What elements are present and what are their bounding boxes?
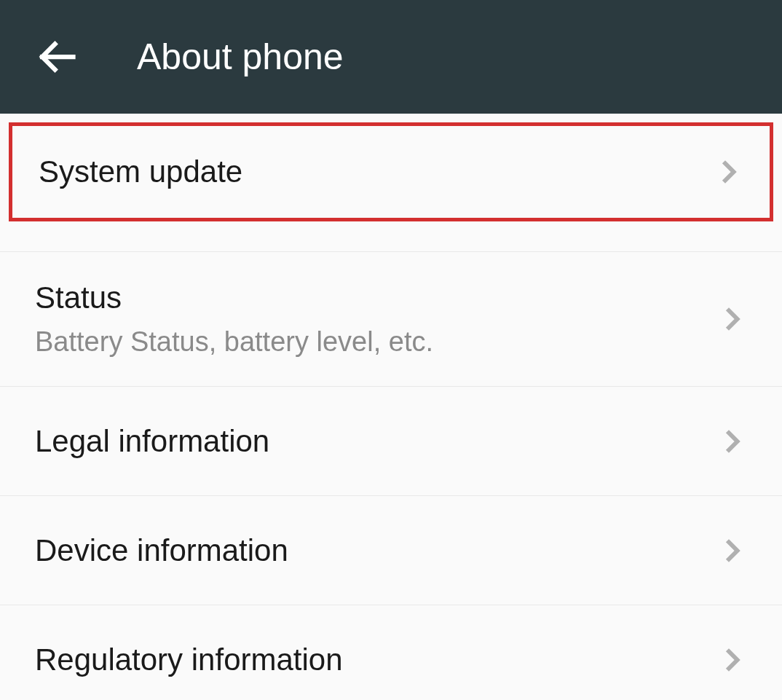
back-arrow-icon[interactable] [35, 35, 79, 79]
list-item-content: Legal information [35, 423, 269, 460]
list-item-subtitle: Battery Status, battery level, etc. [35, 326, 433, 359]
chevron-right-icon [718, 304, 747, 334]
chevron-right-icon [714, 157, 743, 186]
list-item-title: System update [39, 154, 242, 190]
list-item-device-information[interactable]: Device information [0, 496, 782, 605]
list-item-legal-information[interactable]: Legal information [0, 387, 782, 496]
chevron-right-icon [718, 536, 747, 565]
list-item-content: Status Battery Status, battery level, et… [35, 280, 433, 358]
chevron-right-icon [718, 645, 747, 675]
page-title: About phone [137, 36, 344, 78]
list-item-content: System update [39, 154, 242, 190]
list-item-regulatory-information[interactable]: Regulatory information [0, 605, 782, 700]
list-item-content: Regulatory information [35, 642, 343, 678]
list-item-system-update[interactable]: System update [9, 122, 773, 221]
list-item-title: Regulatory information [35, 642, 343, 678]
list-item-title: Status [35, 280, 433, 316]
header: About phone [0, 0, 782, 114]
list-item-title: Legal information [35, 423, 269, 460]
chevron-right-icon [718, 427, 747, 456]
list-item-status[interactable]: Status Battery Status, battery level, et… [0, 252, 782, 387]
list-item-content: Device information [35, 532, 288, 569]
settings-list: System update Status Battery Status, bat… [0, 114, 782, 700]
list-item-title: Device information [35, 532, 288, 569]
